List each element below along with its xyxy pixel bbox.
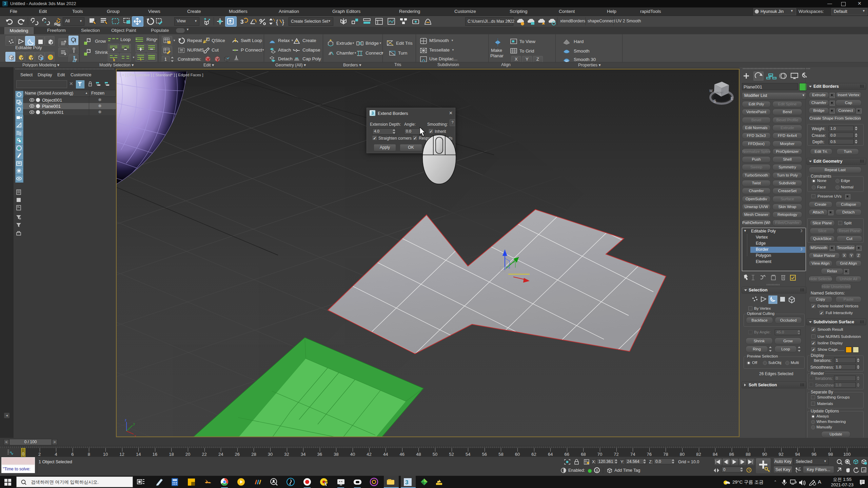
svg-text:3: 3	[405, 479, 408, 486]
svg-text:}: }	[282, 19, 284, 25]
svg-text:S: S	[713, 99, 716, 104]
svg-text:y: y	[133, 422, 135, 426]
svg-text:W: W	[709, 89, 713, 93]
svg-text:3: 3	[240, 19, 243, 25]
svg-text:z: z	[125, 418, 126, 422]
svg-text:E: E	[731, 96, 733, 101]
svg-text:[ + ] [ Perspective ] [ Standa: [ + ] [ Perspective ] [ Standard* ] [ Ed…	[120, 73, 203, 77]
svg-text:FRONT: FRONT	[715, 92, 724, 94]
svg-text:{: {	[276, 19, 278, 25]
svg-text:x: x	[134, 434, 136, 436]
